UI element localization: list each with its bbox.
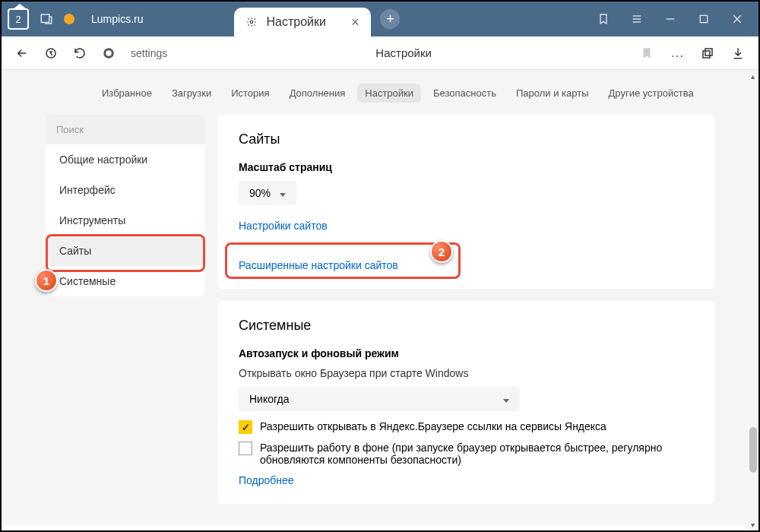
topnav-item[interactable]: Другие устройства <box>601 84 701 103</box>
svg-rect-13 <box>705 49 712 55</box>
sidebar-item[interactable]: Сайты <box>46 236 205 266</box>
checkbox-yandex-links[interactable]: Разрешить открывать в Яндекс.Браузере сс… <box>239 420 693 434</box>
scrollbar-thumb[interactable] <box>749 427 757 473</box>
url-text[interactable]: settings <box>131 47 167 59</box>
sidebar-item[interactable]: Системные <box>46 266 205 296</box>
topnav-item[interactable]: Избранное <box>94 84 160 103</box>
sidebar-item[interactable]: Общие настройки <box>46 144 205 175</box>
sidebar-item[interactable]: Инструменты <box>46 205 205 236</box>
site-settings-link[interactable]: Настройки сайтов <box>239 220 328 232</box>
pin-icon[interactable] <box>40 12 53 26</box>
topnav-item[interactable]: Пароли и карты <box>508 84 597 103</box>
topnav-item[interactable]: История <box>223 84 277 103</box>
autostart-label: Открывать окно Браузера при старте Windo… <box>239 367 693 379</box>
active-tab-label: Настройки <box>266 15 325 29</box>
settings-topnav: ИзбранноеЗагрузкиИсторияДополненияНастро… <box>11 70 749 115</box>
toolbar: settings Настройки … <box>2 36 758 70</box>
back-button[interactable] <box>15 46 29 60</box>
checkbox-label: Разрешить открывать в Яндекс.Браузере сс… <box>260 420 606 432</box>
titlebar-left: 2 Lumpics.ru <box>8 8 143 30</box>
annotation-badge-2: 2 <box>430 240 453 263</box>
inactive-tab[interactable]: Lumpics.ru <box>91 13 143 25</box>
chevron-down-icon <box>280 187 286 199</box>
checkbox-background[interactable]: Разрешить работу в фоне (при запуске бра… <box>239 442 693 466</box>
scrollbar[interactable]: ▴ ▾ <box>746 70 758 530</box>
autostart-heading: Автозапуск и фоновый режим <box>239 347 693 359</box>
annotation-badge-1: 1 <box>35 269 58 292</box>
system-title: Системные <box>239 318 693 334</box>
more-button[interactable]: … <box>670 45 684 61</box>
extensions-icon[interactable] <box>701 46 714 60</box>
zoom-select[interactable]: 90% <box>239 181 296 205</box>
settings-sidebar: Поиск Общие настройкиИнтерфейсИнструмент… <box>46 115 205 296</box>
main-content: ИзбранноеЗагрузкиИсторияДополненияНастро… <box>2 70 758 525</box>
titlebar: 2 Lumpics.ru Настройки × + <box>2 2 758 36</box>
menu-icon[interactable] <box>631 13 643 25</box>
titlebar-right <box>597 13 752 25</box>
autostart-value: Никогда <box>249 393 289 405</box>
topnav-item[interactable]: Дополнения <box>282 84 353 103</box>
svg-rect-0 <box>41 14 49 23</box>
minimize-icon[interactable] <box>664 13 676 25</box>
search-input[interactable]: Поиск <box>46 115 205 144</box>
close-window-icon[interactable] <box>731 13 743 25</box>
sidebar-item[interactable]: Интерфейс <box>46 175 205 205</box>
settings-layout: Поиск Общие настройкиИнтерфейсИнструмент… <box>11 115 749 516</box>
zoom-value: 90% <box>249 187 271 199</box>
site-favicon <box>64 14 74 24</box>
sites-panel: Сайты Масштаб страниц 90% Настройки сайт… <box>217 115 714 289</box>
system-panel: Системные Автозапуск и фоновый режим Отк… <box>217 301 714 504</box>
favorites-icon[interactable] <box>597 13 610 25</box>
new-tab-button[interactable]: + <box>380 9 400 29</box>
more-link[interactable]: Подробнее <box>239 474 294 486</box>
checkbox-icon[interactable] <box>239 420 252 434</box>
sites-title: Сайты <box>239 131 693 147</box>
svg-rect-6 <box>700 15 707 22</box>
home-badge: 2 <box>15 14 21 25</box>
topnav-item[interactable]: Безопасность <box>426 84 504 103</box>
chevron-down-icon <box>503 393 509 405</box>
bookmark-icon[interactable] <box>640 46 654 60</box>
yandex-icon[interactable] <box>44 46 58 60</box>
shield-icon <box>102 46 116 60</box>
svg-point-11 <box>106 50 112 56</box>
svg-rect-12 <box>703 51 710 58</box>
panels-column: Сайты Масштаб страниц 90% Настройки сайт… <box>217 115 714 516</box>
active-tab[interactable]: Настройки × <box>234 8 371 36</box>
home-button[interactable]: 2 <box>8 8 29 30</box>
topnav-item[interactable]: Загрузки <box>164 84 219 103</box>
autostart-select[interactable]: Никогда <box>239 387 520 411</box>
download-icon[interactable] <box>731 46 745 60</box>
toolbar-right: … <box>640 45 745 61</box>
maximize-icon[interactable] <box>698 13 710 25</box>
scroll-down-icon[interactable]: ▾ <box>746 518 758 530</box>
gear-icon <box>246 17 257 27</box>
advanced-site-settings-link[interactable]: Расширенные настройки сайтов <box>239 259 398 271</box>
zoom-label: Масштаб страниц <box>239 161 693 173</box>
svg-point-1 <box>251 21 254 24</box>
topnav-item[interactable]: Настройки <box>357 84 421 103</box>
reload-button[interactable] <box>73 46 87 60</box>
checkbox-icon[interactable] <box>239 442 252 455</box>
page-title: Настройки <box>182 46 625 59</box>
scroll-up-icon[interactable]: ▴ <box>746 70 758 82</box>
checkbox-label: Разрешить работу в фоне (при запуске бра… <box>260 442 693 466</box>
close-tab-icon[interactable]: × <box>351 14 359 30</box>
